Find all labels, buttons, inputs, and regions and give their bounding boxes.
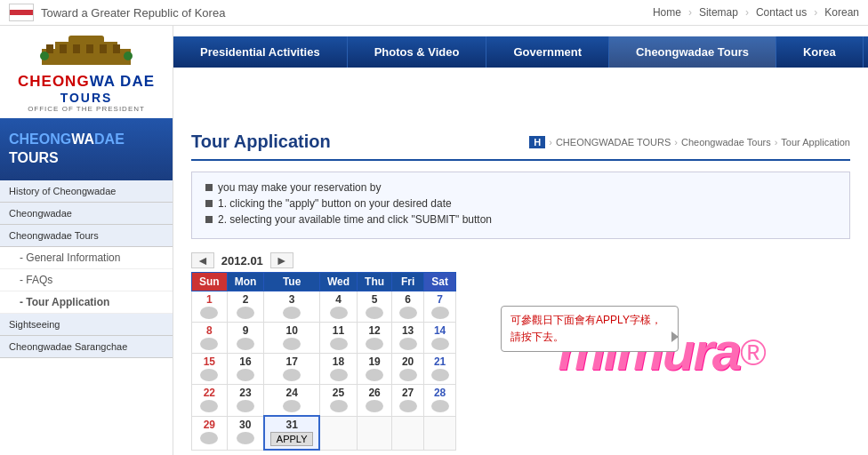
apply-button-31[interactable]: APPLY: [270, 432, 314, 446]
info-row-0: you may make your reservation by: [205, 181, 836, 194]
nav-presidential[interactable]: Presidential Activities: [173, 36, 348, 68]
cal-day-9[interactable]: 9: [227, 323, 264, 354]
cal-day-8[interactable]: 8: [192, 323, 228, 354]
nav-government[interactable]: Government: [486, 36, 609, 68]
breadcrumb-home-icon[interactable]: H: [529, 136, 545, 148]
cal-day-6[interactable]: 6: [392, 291, 424, 323]
sidebar-section-sarangchae[interactable]: Cheongwadae Sarangchae: [0, 336, 173, 358]
cal-day-28[interactable]: 28: [424, 385, 456, 417]
home-link[interactable]: Home: [653, 6, 681, 19]
breadcrumb: H › CHEONGWADAE TOURS › Cheongwadae Tour…: [529, 136, 850, 148]
nav-korea[interactable]: Korea: [776, 36, 864, 68]
cal-day-25[interactable]: 25: [319, 385, 357, 417]
cal-day-14[interactable]: 14: [424, 323, 456, 354]
calendar-month: 2012.01: [221, 254, 263, 267]
cal-day-31[interactable]: 31 APPLY: [264, 416, 320, 450]
cal-day-23[interactable]: 23: [227, 385, 264, 417]
cal-day-21[interactable]: 21: [424, 354, 456, 385]
top-bar-left: Toward a Greater Republic of Korea: [9, 4, 225, 21]
logo-area: CHEONGWA DAE TOURS OFFICE OF THE PRESIDE…: [0, 26, 173, 118]
svg-rect-7: [100, 44, 107, 53]
top-bar-logo: [9, 4, 34, 21]
cal-day-16[interactable]: 16: [227, 354, 264, 385]
sidebar-section-sightseeing[interactable]: Sightseeing: [0, 314, 173, 336]
cal-day-2[interactable]: 2: [227, 291, 264, 323]
sidebar-item-tour-application[interactable]: Tour Application: [0, 291, 173, 314]
calendar-wrapper: ◄ 2012.01 ► Sun Mon Tue Wed Thu Fri: [191, 252, 456, 451]
sitemap-link[interactable]: Sitemap: [699, 6, 738, 19]
sidebar-section-tours[interactable]: Cheongwadae Tours: [0, 225, 173, 247]
ad-area: 可參觀日下面會有APPLY字樣，請按下去。 mimura®: [474, 252, 850, 451]
top-bar: Toward a Greater Republic of Korea Home …: [0, 0, 868, 26]
cal-day-empty-1: [319, 416, 357, 450]
korea-flag-icon: [9, 4, 34, 21]
cal-day-empty-4: [424, 416, 456, 450]
cal-header-tue: Tue: [264, 273, 320, 291]
cal-day-29[interactable]: 29: [192, 416, 228, 450]
cal-day-13[interactable]: 13: [392, 323, 424, 354]
cal-day-10[interactable]: 10: [264, 323, 320, 354]
cal-header-wed: Wed: [319, 273, 357, 291]
cal-day-1[interactable]: 1: [192, 291, 228, 323]
calendar-next-button[interactable]: ►: [270, 252, 293, 268]
cal-day-12[interactable]: 12: [358, 323, 392, 354]
nav-photos[interactable]: Photos & Video: [348, 36, 487, 68]
info-text-1: 1. clicking the "apply" button on your d…: [218, 197, 452, 210]
tooltip-bubble: 可參觀日下面會有APPLY字樣，請按下去。: [501, 306, 679, 352]
info-row-1: 1. clicking the "apply" button on your d…: [205, 197, 836, 210]
top-bar-links: Home › Sitemap › Contact us › Korean: [653, 6, 859, 19]
registered-mark-icon: ®: [740, 333, 766, 372]
svg-point-9: [40, 52, 49, 60]
korean-link[interactable]: Korean: [824, 6, 859, 19]
cal-day-18[interactable]: 18: [319, 354, 357, 385]
tooltip-text: 可參觀日下面會有APPLY字樣，請按下去。: [510, 314, 662, 343]
cal-day-19[interactable]: 19: [358, 354, 392, 385]
calendar-nav: ◄ 2012.01 ►: [191, 252, 456, 268]
cal-day-5[interactable]: 5: [358, 291, 392, 323]
breadcrumb-cheongwadae-tours[interactable]: CHEONGWADAE TOURS: [556, 137, 671, 148]
cal-day-20[interactable]: 20: [392, 354, 424, 385]
cal-header-fri: Fri: [392, 273, 424, 291]
sidebar-section-cheongwadae[interactable]: Cheongwadae: [0, 203, 173, 225]
sidebar-item-faq[interactable]: FAQs: [0, 269, 173, 291]
breadcrumb-tour-application: Tour Application: [781, 137, 850, 148]
info-text-2: 2. selecting your available time and cli…: [218, 213, 492, 226]
svg-rect-3: [46, 44, 53, 53]
breadcrumb-cheongwadae-tours-2[interactable]: Cheongwadae Tours: [681, 137, 771, 148]
cal-day-22[interactable]: 22: [192, 385, 228, 417]
calendar-prev-button[interactable]: ◄: [191, 252, 214, 268]
cal-day-26[interactable]: 26: [358, 385, 392, 417]
info-box: you may make your reservation by 1. clic…: [191, 172, 850, 239]
cal-row-1: 1 2 3 4 5 6 7: [192, 291, 456, 323]
svg-rect-5: [73, 44, 80, 53]
svg-rect-8: [113, 44, 120, 53]
bullet-icon-0: [205, 184, 213, 191]
cal-day-4[interactable]: 4: [319, 291, 357, 323]
cal-day-3[interactable]: 3: [264, 291, 320, 323]
nav-bar: Presidential Activities Photos & Video G…: [173, 36, 868, 68]
main-layout: CHEONGWADAE TOURS History of Cheongwadae…: [0, 118, 868, 455]
contact-link[interactable]: Contact us: [756, 6, 807, 19]
cal-day-30[interactable]: 30: [227, 416, 264, 450]
cal-row-5: 29 30 31 APPLY: [192, 416, 456, 450]
cal-header-sun: Sun: [192, 273, 228, 291]
bullet-icon-2: [205, 216, 213, 223]
cal-day-24[interactable]: 24: [264, 385, 320, 417]
sidebar-header: CHEONGWADAE TOURS: [0, 118, 173, 180]
nav-cheongwadae[interactable]: Cheongwadae Tours: [609, 36, 776, 68]
cal-row-3: 15 16 17 18 19 20 21: [192, 354, 456, 385]
sidebar-item-general[interactable]: General Information: [0, 247, 173, 269]
cal-day-11[interactable]: 11: [319, 323, 357, 354]
cal-day-7[interactable]: 7: [424, 291, 456, 323]
svg-rect-4: [60, 44, 67, 53]
sidebar-section-history[interactable]: History of Cheongwadae: [0, 180, 173, 203]
cal-day-17[interactable]: 17: [264, 354, 320, 385]
logo-building-icon: [37, 31, 135, 69]
cal-day-15[interactable]: 15: [192, 354, 228, 385]
svg-rect-2: [68, 36, 104, 44]
info-text-0: you may make your reservation by: [218, 181, 381, 194]
tooltip-arrow-icon: [671, 331, 679, 342]
logo-name: CHEONGWA DAE: [18, 73, 155, 91]
cal-header-thu: Thu: [358, 273, 392, 291]
cal-day-27[interactable]: 27: [392, 385, 424, 417]
